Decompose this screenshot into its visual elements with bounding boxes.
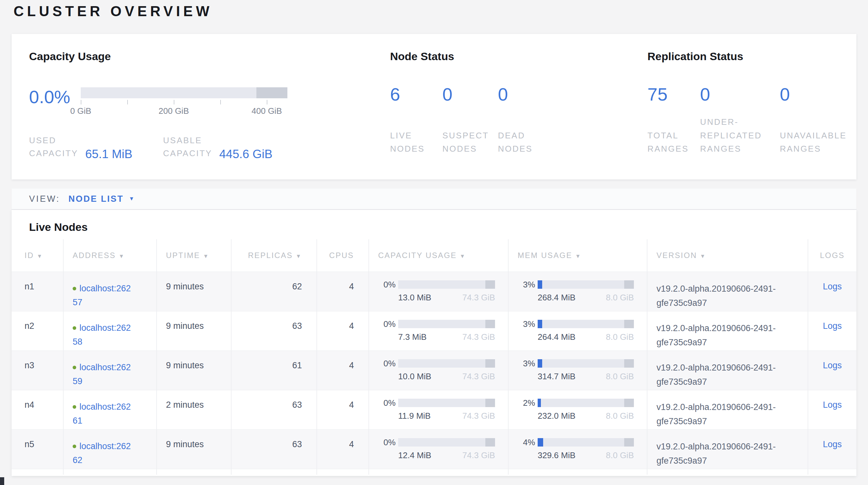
column-label: CPUS xyxy=(329,251,354,260)
cell-capacity-usage: 0%13.0 MiB74.3 GiB xyxy=(369,272,508,311)
mem-usage-percent: 2% xyxy=(518,398,535,408)
cell-capacity-usage: 0%10.0 MiB74.3 GiB xyxy=(369,350,508,390)
sort-arrow-icon: ▼ xyxy=(119,253,125,259)
cell-node-id: n3 xyxy=(11,350,63,390)
capacity-usage-bar xyxy=(398,280,495,289)
unavailable-ranges-count: 0 xyxy=(780,85,862,104)
table-row: n4localhost:262612 minutes6340%11.9 MiB7… xyxy=(11,390,857,429)
cell-address: localhost:26262 xyxy=(63,429,157,469)
cell-mem-usage: 4%329.6 MiB8.0 GiB xyxy=(508,429,647,469)
cell-replicas: 63 xyxy=(231,390,317,429)
used-capacity-value: 65.1 MiB xyxy=(85,147,132,161)
mem-usage-bar-fill xyxy=(538,320,542,328)
column-header-id[interactable]: ID▼ xyxy=(11,239,63,272)
capacity-summary: USED CAPACITY 65.1 MiB USABLE CAPACITY 4… xyxy=(29,134,316,160)
cell-capacity-usage: 0%7.3 MiB74.3 GiB xyxy=(369,311,508,350)
page-title: CLUSTER OVERVIEW xyxy=(13,3,213,20)
capacity-bar-track xyxy=(81,87,287,98)
under-replicated-ranges-stat: 0 UNDER-REPLICATED RANGES xyxy=(700,85,780,156)
column-label: MEM USAGE xyxy=(518,251,572,260)
used-capacity-label: USED CAPACITY xyxy=(29,134,79,160)
sort-arrow-icon: ▼ xyxy=(460,253,466,259)
used-capacity-stat: USED CAPACITY 65.1 MiB xyxy=(29,134,132,160)
mem-usage-bar-reserved xyxy=(624,359,634,368)
replication-status-title: Replication Status xyxy=(647,50,862,63)
mem-used-value: 268.4 MiB xyxy=(538,293,576,303)
mem-used-value: 232.0 MiB xyxy=(538,411,576,421)
table-row: n3localhost:262599 minutes6140%10.0 MiB7… xyxy=(11,350,857,390)
total-ranges-stat: 75 TOTAL RANGES xyxy=(647,85,700,156)
cell-replicas: 62 xyxy=(231,272,317,311)
axis-label-200: 200 GiB xyxy=(159,106,189,116)
capacity-usage-bar xyxy=(398,438,495,447)
cell-address: localhost:26257 xyxy=(63,272,157,311)
sort-arrow-icon: ▼ xyxy=(575,253,581,259)
cell-uptime: 9 minutes xyxy=(157,311,231,350)
cell-node-id: n4 xyxy=(11,390,63,429)
logs-link[interactable]: Logs xyxy=(823,361,842,370)
cluster-overview-page: CLUSTER OVERVIEW Capacity Usage 0.0% xyxy=(0,0,868,485)
logs-link[interactable]: Logs xyxy=(823,321,842,331)
capacity-used-value: 12.4 MiB xyxy=(398,450,431,460)
suspect-nodes-label: SUSPECT NODES xyxy=(442,129,494,156)
view-selected-value: NODE LIST xyxy=(68,194,124,204)
logs-link[interactable]: Logs xyxy=(823,400,842,410)
capacity-used-value: 11.9 MiB xyxy=(398,411,431,421)
capacity-usage-bar xyxy=(398,320,495,328)
column-label: UPTIME xyxy=(166,251,200,260)
mem-used-value: 329.6 MiB xyxy=(538,450,576,460)
column-header-replicas[interactable]: REPLICAS▼ xyxy=(231,239,317,272)
capacity-total-value: 74.3 GiB xyxy=(462,411,495,421)
mem-usage-bar-reserved xyxy=(624,438,634,447)
capacity-usage-bar-reserved xyxy=(485,399,495,407)
live-status-icon xyxy=(73,287,76,290)
unavailable-ranges-label: UNAVAILABLE RANGES xyxy=(780,129,859,156)
column-header-logs: LOGS xyxy=(808,239,857,272)
logs-link[interactable]: Logs xyxy=(823,282,842,291)
capacity-usage-percent: 0% xyxy=(379,359,396,369)
cell-uptime: 9 minutes xyxy=(157,429,231,469)
address-link[interactable]: localhost:26259 xyxy=(73,363,131,387)
cell-cpus: 4 xyxy=(317,272,369,311)
address-link[interactable]: localhost:26262 xyxy=(73,441,131,465)
mem-usage-bar xyxy=(538,320,634,328)
mem-used-value: 314.7 MiB xyxy=(538,372,576,381)
cell-cpus: 4 xyxy=(317,429,369,469)
logs-link[interactable]: Logs xyxy=(823,439,842,449)
unavailable-ranges-stat: 0 UNAVAILABLE RANGES xyxy=(780,85,862,156)
cell-capacity-usage: 0%11.9 MiB74.3 GiB xyxy=(369,390,508,429)
node-status-title: Node Status xyxy=(390,50,562,63)
mem-total-value: 8.0 GiB xyxy=(606,450,634,460)
cell-node-id: n1 xyxy=(11,272,63,311)
cell-cpus: 4 xyxy=(317,350,369,390)
table-header-row: ID▼ADDRESS▼UPTIME▼REPLICAS▼CPUSCAPACITY … xyxy=(11,239,857,272)
address-link[interactable]: localhost:26258 xyxy=(73,323,131,347)
column-header-version[interactable]: VERSION▼ xyxy=(647,239,808,272)
cell-cpus: 4 xyxy=(317,311,369,350)
cell-address: localhost:26261 xyxy=(63,390,157,429)
mem-total-value: 8.0 GiB xyxy=(606,293,634,303)
mem-total-value: 8.0 GiB xyxy=(606,332,634,342)
view-dropdown[interactable]: NODE LIST ▼ xyxy=(68,194,135,204)
mem-usage-percent: 3% xyxy=(518,319,535,329)
column-header-capacity[interactable]: CAPACITY USAGE▼ xyxy=(369,239,508,272)
view-selector-bar: VIEW: NODE LIST ▼ xyxy=(11,189,857,210)
column-header-address[interactable]: ADDRESS▼ xyxy=(63,239,157,272)
dead-nodes-stat: 0 DEAD NODES xyxy=(498,85,562,156)
cell-cpus: 4 xyxy=(317,390,369,429)
column-header-mem[interactable]: MEM USAGE▼ xyxy=(508,239,647,272)
live-status-icon xyxy=(73,366,76,369)
total-ranges-count: 75 xyxy=(647,85,700,104)
column-header-uptime[interactable]: UPTIME▼ xyxy=(157,239,231,272)
live-status-icon xyxy=(73,326,76,330)
address-link[interactable]: localhost:26261 xyxy=(73,402,131,426)
mem-usage-bar xyxy=(538,399,634,407)
cluster-summary-card: Capacity Usage 0.0% 0 GiB xyxy=(11,34,857,179)
capacity-usage-percent: 0% xyxy=(379,319,396,329)
mem-usage-bar-fill xyxy=(538,438,543,447)
address-link[interactable]: localhost:26257 xyxy=(73,284,131,308)
capacity-used-value: 7.3 MiB xyxy=(398,332,427,342)
mem-usage-percent: 3% xyxy=(518,359,535,369)
cell-address: localhost:26258 xyxy=(63,311,157,350)
cell-replicas: 61 xyxy=(231,350,317,390)
